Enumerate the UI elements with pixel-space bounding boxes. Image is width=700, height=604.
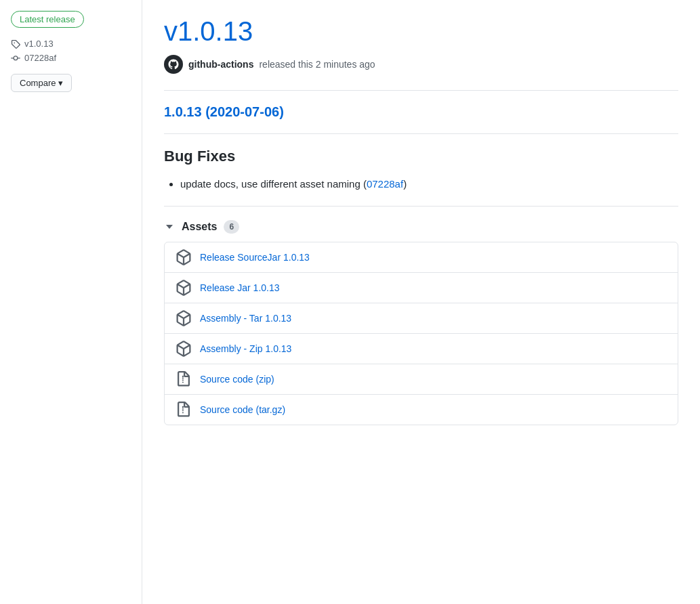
assets-label: Assets [182, 221, 217, 233]
compare-label: Compare [20, 78, 56, 88]
asset-icon [176, 341, 192, 357]
asset-icon [176, 310, 192, 326]
assets-count: 6 [224, 220, 239, 234]
sidebar-tag-label: v1.0.13 [24, 39, 54, 49]
compare-button[interactable]: Compare ▾ [11, 74, 72, 92]
list-item[interactable]: Source code (tar.gz) [165, 395, 678, 425]
asset-icon [176, 280, 192, 296]
commit-link[interactable]: 07228af [367, 178, 403, 190]
github-actions-icon [167, 58, 180, 70]
list-item: update docs, use different asset naming … [180, 176, 678, 192]
bug-fixes-title: Bug Fixes [164, 148, 678, 165]
asset-icon [176, 371, 192, 387]
asset-icon [176, 249, 192, 265]
sidebar: Latest release v1.0.13 07228af Compare ▾ [0, 0, 142, 604]
package-icon [176, 341, 192, 357]
asset-name-link[interactable]: Assembly - Zip 1.0.13 [200, 343, 291, 354]
assets-header: Assets 6 [164, 220, 678, 234]
chevron-down-icon: ▾ [58, 78, 63, 88]
asset-name-link[interactable]: Assembly - Tar 1.0.13 [200, 313, 291, 324]
commit-icon [11, 53, 20, 63]
sidebar-commit: 07228af [11, 53, 131, 63]
asset-name-link[interactable]: Source code (tar.gz) [200, 404, 285, 415]
file-zip-icon [176, 371, 192, 387]
author-name: github-actions [188, 59, 253, 70]
package-icon [176, 249, 192, 265]
list-item[interactable]: Source code (zip) [165, 364, 678, 395]
assets-toggle-button[interactable] [164, 221, 175, 232]
sidebar-tag: v1.0.13 [11, 39, 131, 49]
package-icon [176, 280, 192, 296]
release-time: released this 2 minutes ago [259, 59, 375, 70]
avatar [164, 55, 183, 74]
list-item[interactable]: Release SourceJar 1.0.13 [165, 242, 678, 273]
changelog-list: update docs, use different asset naming … [164, 176, 678, 192]
sidebar-commit-label: 07228af [24, 53, 56, 63]
latest-release-badge[interactable]: Latest release [11, 11, 84, 28]
asset-icon [176, 402, 192, 418]
bug-fix-end: ) [403, 178, 407, 190]
divider-3 [164, 206, 678, 207]
triangle-down-icon [166, 225, 173, 229]
list-item[interactable]: Assembly - Tar 1.0.13 [165, 303, 678, 334]
file-zip-icon [176, 402, 192, 418]
changelog-title[interactable]: 1.0.13 (2020-07-06) [164, 104, 678, 120]
tag-icon [11, 39, 20, 49]
release-meta: github-actions released this 2 minutes a… [164, 55, 678, 74]
asset-name-link[interactable]: Release SourceJar 1.0.13 [200, 252, 310, 263]
main-content: v1.0.13 github-actions released this 2 m… [142, 0, 700, 604]
release-version-title: v1.0.13 [164, 16, 678, 47]
asset-name-link[interactable]: Release Jar 1.0.13 [200, 282, 280, 293]
package-icon [176, 310, 192, 326]
assets-list: Release SourceJar 1.0.13 Release Jar 1.0… [164, 242, 678, 425]
asset-name-link[interactable]: Source code (zip) [200, 374, 274, 385]
list-item[interactable]: Assembly - Zip 1.0.13 [165, 334, 678, 364]
divider-2 [164, 133, 678, 134]
list-item[interactable]: Release Jar 1.0.13 [165, 273, 678, 303]
divider-1 [164, 90, 678, 91]
bug-fix-text: update docs, use different asset naming … [180, 178, 367, 190]
